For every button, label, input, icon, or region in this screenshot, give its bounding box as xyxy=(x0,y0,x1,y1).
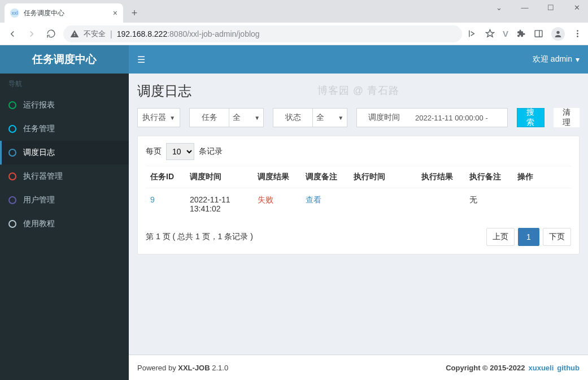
sidebar-item-label: 任务管理 xyxy=(23,124,55,134)
cell-sched-time: 2022-11-11 13:41:02 xyxy=(185,188,253,221)
table-row: 9 2022-11-11 13:41:02 失败 查看 无 xyxy=(146,188,571,221)
footer-right: Copyright © 2015-2022xuxueligithub xyxy=(446,364,580,372)
pager: 上页 1 下页 xyxy=(486,228,571,246)
per-page-select[interactable]: 10 xyxy=(166,143,194,160)
sidebar-item-task[interactable]: 任务管理 xyxy=(0,117,129,141)
nav-header: 导航 xyxy=(0,74,129,93)
github-link[interactable]: github xyxy=(557,364,580,372)
browser-chrome: xxl 任务调度中心 × + ⌄ — ☐ ✕ 不安全 | 192.168.8.2… xyxy=(0,0,588,45)
star-icon[interactable] xyxy=(485,29,495,38)
sidepanel-icon[interactable] xyxy=(534,29,543,38)
datetime-label: 调度时间 xyxy=(356,108,411,127)
page-1-button[interactable]: 1 xyxy=(518,228,539,246)
svg-point-2 xyxy=(577,30,578,32)
next-page-button[interactable]: 下页 xyxy=(543,228,571,246)
address-row: 不安全 | 192.168.8.222:8080/xxl-job-admin/j… xyxy=(0,23,588,45)
col-exec-result: 执行结果 xyxy=(417,166,465,188)
tab-title: 任务调度中心 xyxy=(24,8,64,18)
reload-button[interactable] xyxy=(44,27,58,41)
app-body: 任务调度中心 导航 运行报表 任务管理 调度日志 执行器管理 用户管理 使用教程… xyxy=(0,45,588,380)
author-link[interactable]: xuxueli xyxy=(528,364,554,372)
content: 博客园 @ 青石路 调度日志 执行器▼ 任务 全▼ 状态 全▼ 调度时间 202… xyxy=(129,74,588,355)
sidebar-item-label: 使用教程 xyxy=(23,219,55,229)
toolbar-icons: V xyxy=(468,27,582,41)
cell-exec-time xyxy=(349,188,417,221)
favicon-icon: xxl xyxy=(10,8,19,18)
warning-icon xyxy=(70,29,79,38)
insecure-label: 不安全 xyxy=(84,29,106,39)
col-sched-result: 调度结果 xyxy=(253,166,301,188)
sidebar-item-label: 用户管理 xyxy=(23,195,55,205)
vue-icon[interactable]: V xyxy=(503,29,508,38)
circle-icon xyxy=(8,220,16,228)
forward-button[interactable] xyxy=(25,27,38,41)
caret-down-icon: ▼ xyxy=(254,115,260,121)
sidebar-item-executor[interactable]: 执行器管理 xyxy=(0,165,129,188)
sidebar-item-joblog[interactable]: 调度日志 xyxy=(0,141,129,165)
window-controls: ⌄ — ☐ ✕ xyxy=(491,3,585,12)
share-icon[interactable] xyxy=(468,29,477,38)
profile-avatar-icon[interactable] xyxy=(551,27,565,41)
topbar: ☰ 欢迎 admin▾ xyxy=(129,45,588,74)
minimize-icon[interactable]: — xyxy=(517,3,533,12)
close-window-icon[interactable]: ✕ xyxy=(569,3,585,12)
svg-point-4 xyxy=(577,36,578,37)
brand-logo[interactable]: 任务调度中心 xyxy=(0,45,129,74)
per-page-suffix: 条记录 xyxy=(199,146,223,157)
svg-point-3 xyxy=(577,33,578,34)
address-bar[interactable]: 不安全 | 192.168.8.222:8080/xxl-job-admin/j… xyxy=(63,25,462,42)
footer-left: Powered by XXL-JOB 2.1.0 xyxy=(137,364,228,372)
select-label: 执行器 xyxy=(142,113,166,123)
cell-sched-result: 失败 xyxy=(258,195,273,204)
menu-icon[interactable] xyxy=(573,29,582,38)
caret-down-icon: ▼ xyxy=(169,115,175,121)
select-value: 全 xyxy=(316,113,324,123)
status-select[interactable]: 全▼ xyxy=(312,108,347,127)
executor-select[interactable]: 执行器▼ xyxy=(137,108,180,127)
hamburger-icon[interactable]: ☰ xyxy=(137,54,145,65)
extensions-icon[interactable] xyxy=(516,29,526,38)
close-tab-icon[interactable]: × xyxy=(113,8,117,18)
datetime-input[interactable]: 2022-11-11 00:00:00 - xyxy=(411,108,508,127)
cell-exec-result xyxy=(417,188,465,221)
tab-bar: xxl 任务调度中心 × + ⌄ — ☐ ✕ xyxy=(0,0,588,23)
new-tab-button[interactable]: + xyxy=(127,5,142,21)
task-id-link[interactable]: 9 xyxy=(150,195,155,204)
table-header-row: 任务ID 调度时间 调度结果 调度备注 执行时间 执行结果 执行备注 操作 xyxy=(146,166,571,188)
caret-down-icon: ▾ xyxy=(576,55,580,64)
svg-rect-0 xyxy=(535,31,542,37)
col-sched-time: 调度时间 xyxy=(185,166,253,188)
task-label: 任务 xyxy=(189,108,229,127)
task-select[interactable]: 全▼ xyxy=(229,108,264,127)
chevron-down-icon[interactable]: ⌄ xyxy=(491,3,507,12)
col-exec-remark: 执行备注 xyxy=(465,166,513,188)
footer: Powered by XXL-JOB 2.1.0 Copyright © 201… xyxy=(129,355,588,380)
circle-icon xyxy=(8,101,16,109)
per-page: 每页 10 条记录 xyxy=(146,143,571,160)
search-button[interactable]: 搜索 xyxy=(517,108,544,127)
sidebar-item-label: 调度日志 xyxy=(23,148,55,158)
col-sched-remark: 调度备注 xyxy=(301,166,349,188)
sidebar-item-report[interactable]: 运行报表 xyxy=(0,93,129,117)
caret-down-icon: ▼ xyxy=(338,115,343,121)
main: ☰ 欢迎 admin▾ 博客园 @ 青石路 调度日志 执行器▼ 任务 全▼ 状态… xyxy=(129,45,588,380)
cell-exec-remark: 无 xyxy=(465,188,513,221)
col-action: 操作 xyxy=(513,166,571,188)
browser-tab[interactable]: xxl 任务调度中心 × xyxy=(5,3,123,23)
sidebar-item-user[interactable]: 用户管理 xyxy=(0,188,129,212)
circle-icon xyxy=(8,196,16,204)
circle-icon xyxy=(8,172,16,180)
col-exec-time: 执行时间 xyxy=(349,166,417,188)
clear-button[interactable]: 清理 xyxy=(554,108,580,127)
view-remark-link[interactable]: 查看 xyxy=(306,195,321,204)
back-button[interactable] xyxy=(6,27,19,41)
page-title: 调度日志 xyxy=(137,82,580,100)
user-menu[interactable]: 欢迎 admin▾ xyxy=(533,54,580,64)
select-value: 全 xyxy=(233,113,241,123)
prev-page-button[interactable]: 上页 xyxy=(486,228,515,246)
url-text: 192.168.8.222:8080/xxl-job-admin/joblog xyxy=(117,29,260,38)
maximize-icon[interactable]: ☐ xyxy=(543,3,559,12)
cell-action[interactable] xyxy=(513,188,571,221)
sidebar-item-help[interactable]: 使用教程 xyxy=(0,212,129,236)
col-task-id: 任务ID xyxy=(146,166,185,188)
